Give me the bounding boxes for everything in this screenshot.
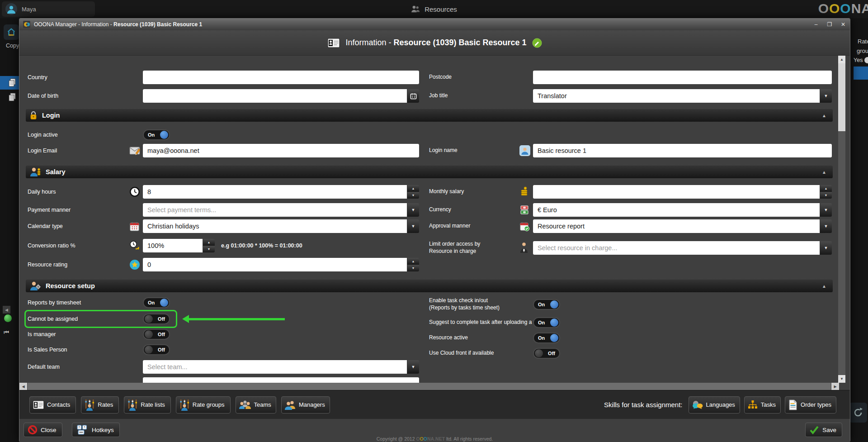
close-window-button[interactable]: ✕: [840, 21, 846, 28]
collapse-icon[interactable]: ▲: [822, 284, 826, 289]
skip-to-start-icon[interactable]: ⏮: [4, 329, 9, 336]
managers-icon: [284, 399, 296, 410]
refresh-button[interactable]: [849, 403, 867, 423]
currency-row: Currency € Euro ▼: [429, 203, 832, 217]
window-title-bar[interactable]: OOONA Manager - Information - Resource (…: [19, 19, 850, 30]
country-input[interactable]: [143, 71, 419, 84]
minimize-button[interactable]: –: [813, 21, 819, 28]
reports-by-timesheet-toggle[interactable]: On: [143, 297, 170, 308]
rate-groups-button[interactable]: Rate groups: [176, 396, 231, 413]
conversion-ratio-stepper[interactable]: ▲▼: [203, 239, 215, 252]
dialog-footer: Close Hotkeys Save Copyright @ 2012 OOON…: [19, 419, 850, 442]
scroll-left-arrow[interactable]: ◀: [19, 383, 27, 390]
section-header-resource-setup[interactable]: Resource setup ▲: [26, 280, 833, 292]
refresh-icon: [852, 407, 864, 418]
user-chip[interactable]: Maya: [2, 1, 95, 17]
job-title-row: Job title Translator ▼: [429, 89, 832, 103]
conversion-hint: e.g 01:00:00 * 100% = 01:00:00: [221, 242, 302, 249]
contacts-icon: [33, 400, 44, 409]
user-avatar-icon: [5, 3, 17, 15]
currency-dropdown[interactable]: € Euro: [533, 203, 820, 217]
approval-manner-dropdown[interactable]: Resource report: [533, 219, 820, 233]
document-copy-icon[interactable]: [8, 93, 16, 102]
contacts-button[interactable]: Contacts: [29, 396, 76, 413]
resource-rating-input[interactable]: [143, 258, 407, 271]
collapse-icon[interactable]: ▲: [822, 170, 826, 175]
is-manager-toggle[interactable]: Off: [143, 329, 170, 340]
daily-hours-input[interactable]: [143, 185, 407, 199]
home-button[interactable]: [4, 24, 19, 40]
coins-icon: [519, 186, 533, 197]
resource-active-toggle[interactable]: On: [533, 333, 560, 343]
tasks-button[interactable]: Tasks: [744, 396, 781, 413]
user-name: Maya: [22, 6, 36, 13]
document-copy-icon[interactable]: [8, 78, 16, 87]
scroll-up-arrow[interactable]: ▲: [838, 56, 845, 63]
login-email-input[interactable]: [143, 144, 419, 157]
vertical-scrollbar[interactable]: ▲ ▼: [838, 56, 845, 383]
monthly-salary-input[interactable]: [533, 185, 820, 199]
languages-icon: [692, 400, 703, 409]
dropdown-arrow-icon[interactable]: ▼: [407, 360, 419, 374]
field-label: Currency: [429, 206, 519, 214]
login-name-input[interactable]: [533, 144, 832, 157]
payment-manner-dropdown[interactable]: Select payment terms...: [143, 203, 407, 217]
calendar-type-dropdown[interactable]: Christian holidays: [143, 219, 407, 233]
conversion-ratio-input[interactable]: [143, 239, 203, 252]
toggle-knob: [145, 330, 153, 338]
teams-button[interactable]: Teams: [236, 396, 276, 413]
languages-button[interactable]: Languages: [689, 396, 740, 413]
resource-rating-stepper[interactable]: ▲▼: [407, 258, 419, 271]
cannot-be-assigned-toggle[interactable]: Off: [143, 314, 170, 324]
default-team-dropdown[interactable]: Select team...: [143, 360, 407, 374]
rates-abacus-icon: [84, 399, 95, 411]
section-header-salary[interactable]: Salary ▲: [26, 166, 833, 178]
resource-in-charge-dropdown[interactable]: Select resource in charge...: [533, 241, 820, 255]
section-title: Salary: [46, 168, 66, 176]
close-button[interactable]: Close: [24, 423, 62, 437]
resource-rating-row: Resource rating ▲▼: [28, 258, 419, 271]
postcode-input[interactable]: [533, 71, 832, 84]
job-title-dropdown[interactable]: Translator: [533, 89, 820, 103]
hotkeys-button[interactable]: Hotkeys: [72, 423, 120, 437]
collapse-icon[interactable]: ▲: [822, 113, 826, 118]
teams-icon: [239, 399, 251, 410]
enable-task-check-toggle[interactable]: On: [533, 299, 560, 310]
scroll-left-button[interactable]: ◀: [3, 306, 10, 314]
horizontal-scrollbar[interactable]: ◀ ▶: [19, 383, 839, 390]
login-active-toggle[interactable]: On: [143, 129, 170, 140]
person-icon: [519, 145, 533, 156]
scrollbar-thumb[interactable]: [838, 63, 845, 131]
section-header-login[interactable]: Login ▲: [26, 109, 833, 122]
maximize-button[interactable]: ❐: [826, 21, 833, 28]
reports-by-timesheet-row: Reports by timesheet On: [28, 298, 419, 308]
rate-lists-button[interactable]: Rate lists: [124, 396, 170, 413]
green-status-icon[interactable]: [4, 314, 12, 322]
field-label: Job title: [429, 92, 519, 100]
dropdown-arrow-icon[interactable]: ▼: [820, 203, 832, 217]
section-login-body: Login active On Login Email Login name: [19, 122, 839, 157]
use-cloudfront-toggle[interactable]: Off: [533, 348, 560, 359]
dropdown-arrow-icon[interactable]: ▼: [407, 219, 419, 233]
dropdown-arrow-icon[interactable]: ▼: [407, 203, 419, 217]
save-button[interactable]: Save: [805, 423, 842, 437]
monthly-salary-stepper[interactable]: ▲▼: [820, 185, 832, 199]
dropdown-arrow-icon[interactable]: ▼: [820, 241, 832, 255]
scroll-right-arrow[interactable]: ▶: [831, 383, 839, 390]
date-of-birth-input[interactable]: [143, 89, 407, 103]
scrollbar-thumb[interactable]: [28, 383, 831, 390]
field-label: Daily hours: [28, 189, 129, 195]
rate-group-header-line1: Rate: [858, 38, 868, 45]
calendar-picker-button[interactable]: [407, 89, 419, 103]
dropdown-arrow-icon[interactable]: ▼: [820, 89, 832, 103]
partially-visible-input[interactable]: [143, 377, 419, 383]
daily-hours-stepper[interactable]: ▲▼: [407, 185, 419, 199]
managers-button[interactable]: Managers: [281, 396, 330, 413]
order-types-button[interactable]: Order types: [785, 396, 836, 413]
rates-button[interactable]: Rates: [81, 396, 119, 413]
dropdown-arrow-icon[interactable]: ▼: [820, 219, 832, 233]
field-label: Approval manner: [429, 223, 519, 230]
suggest-complete-toggle[interactable]: On: [533, 317, 560, 328]
is-sales-person-toggle[interactable]: Off: [143, 344, 170, 355]
scroll-down-arrow[interactable]: ▼: [838, 375, 845, 383]
